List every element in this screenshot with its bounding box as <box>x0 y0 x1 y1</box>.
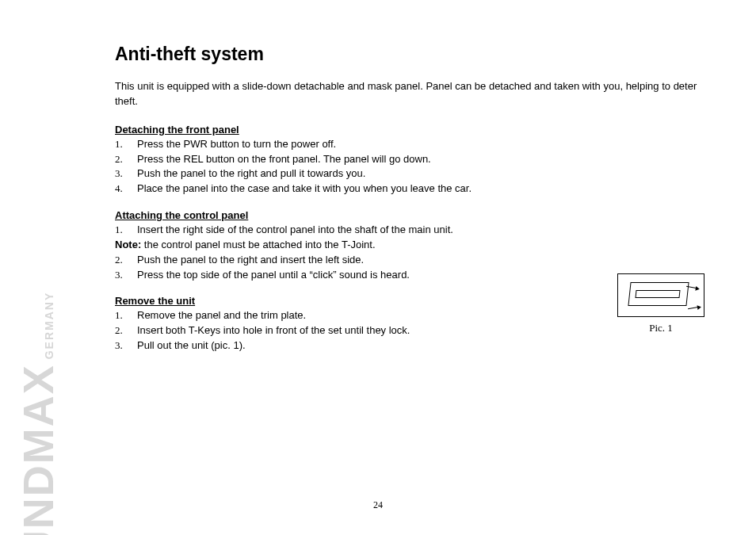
figure-caption: Pic. 1 <box>613 322 708 334</box>
section-heading: Attaching the control panel <box>115 209 701 221</box>
diagram-icon <box>617 273 704 317</box>
step-number: 3. <box>115 166 132 182</box>
steps-list: 1.Insert the right side of the control p… <box>115 223 701 238</box>
list-item: 2.Press the REL button on the front pane… <box>115 152 701 167</box>
step-text: Press the REL button on the front panel.… <box>137 153 431 165</box>
steps-list: 1.Press the PWR button to turn the power… <box>115 137 701 197</box>
step-number: 1. <box>115 223 132 238</box>
step-text: Remove the panel and the trim plate. <box>137 309 306 321</box>
note-label: Note: <box>115 239 141 250</box>
manual-page: { "brand": { "main": "SOUNDMAX", "sub": … <box>0 0 756 535</box>
step-number: 3. <box>115 268 132 283</box>
list-item: 4.Place the panel into the case and take… <box>115 182 701 197</box>
step-text: Push the panel to the right and pull it … <box>137 167 365 179</box>
brand-country: GERMANY <box>43 292 55 360</box>
step-text: Insert both T-Keys into hole in front of… <box>137 324 410 336</box>
step-number: 1. <box>115 308 132 323</box>
note-text: the control panel must be attached into … <box>141 239 375 250</box>
step-text: Press the PWR button to turn the power o… <box>137 138 336 150</box>
note-line: Note: the control panel must be attached… <box>115 238 701 253</box>
section-attach: Attaching the control panel 1.Insert the… <box>115 209 701 282</box>
intro-paragraph: This unit is equipped with a slide-down … <box>115 79 701 109</box>
section-detach: Detaching the front panel 1.Press the PW… <box>115 124 701 197</box>
step-text: Pull out the unit (pic. 1). <box>137 339 246 351</box>
page-title: Anti-theft system <box>115 44 701 65</box>
list-item: 2.Push the panel to the right and insert… <box>115 253 701 268</box>
step-number: 2. <box>115 253 132 268</box>
list-item: 3.Pull out the unit (pic. 1). <box>115 338 701 353</box>
step-text: Place the panel into the case and take i… <box>137 182 472 194</box>
figure-pic1: Pic. 1 <box>613 273 708 334</box>
step-text: Insert the right side of the control pan… <box>137 224 453 235</box>
step-number: 2. <box>115 323 132 338</box>
step-number: 1. <box>115 137 132 152</box>
step-text: Push the panel to the right and insert t… <box>137 254 364 266</box>
step-number: 4. <box>115 182 132 197</box>
list-item: 1.Press the PWR button to turn the power… <box>115 137 701 152</box>
page-number: 24 <box>0 499 756 511</box>
list-item: 1.Insert the right side of the control p… <box>115 223 701 238</box>
section-heading: Detaching the front panel <box>115 124 701 136</box>
step-number: 2. <box>115 152 132 167</box>
list-item: 3.Push the panel to the right and pull i… <box>115 166 701 182</box>
step-text: Press the top side of the panel until a … <box>137 269 410 281</box>
brand-sidebar: SOUNDMAX GERMANY <box>6 40 70 483</box>
step-number: 3. <box>115 338 132 353</box>
